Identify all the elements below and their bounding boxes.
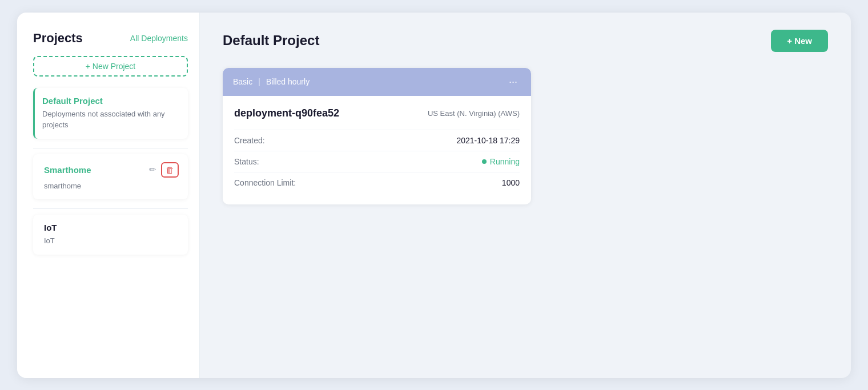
deployment-card: Basic | Billed hourly ··· deployment-q90… — [223, 68, 531, 204]
status-badge: Running — [482, 157, 520, 166]
default-project-desc: Deployments not associated with any proj… — [42, 108, 179, 131]
delete-smarthome-button[interactable]: 🗑 — [161, 162, 179, 178]
sidebar-item-iot[interactable]: IoT IoT — [33, 215, 188, 255]
sidebar: Projects All Deployments + New Project D… — [17, 13, 200, 378]
connection-limit-label: Connection Limit: — [234, 178, 296, 187]
status-label: Status: — [234, 157, 259, 166]
iot-desc: IoT — [44, 235, 179, 247]
sidebar-title: Projects — [33, 31, 83, 46]
separator-2 — [33, 208, 188, 209]
smarthome-title: Smarthome ✏ 🗑 — [44, 162, 179, 178]
smarthome-actions: ✏ 🗑 — [148, 162, 179, 178]
divider-2 — [234, 151, 520, 151]
sidebar-item-smarthome[interactable]: Smarthome ✏ 🗑 smarthome — [33, 154, 188, 200]
deployment-billing: Billed hourly — [266, 77, 310, 86]
main-header: Default Project + New — [223, 30, 828, 52]
deployment-name-row: deployment-q90fea52 US East (N. Virginia… — [234, 107, 520, 119]
created-value: 2021-10-18 17:29 — [456, 136, 520, 145]
divider-3 — [234, 172, 520, 172]
status-dot — [482, 159, 487, 164]
edit-smarthome-button[interactable]: ✏ — [148, 163, 158, 176]
new-deployment-button[interactable]: + New — [771, 30, 828, 52]
deployment-tier: Basic — [233, 77, 252, 86]
page-title: Default Project — [223, 33, 319, 49]
connection-limit-value: 1000 — [502, 178, 520, 187]
sidebar-item-default-project[interactable]: Default Project Deployments not associat… — [33, 88, 188, 139]
created-label: Created: — [234, 136, 265, 145]
deployment-name: deployment-q90fea52 — [234, 107, 339, 119]
smarthome-desc: smarthome — [44, 180, 179, 192]
status-value: Running — [490, 157, 520, 166]
main-content: Default Project + New Basic | Billed hou… — [200, 13, 851, 378]
default-project-title: Default Project — [42, 96, 179, 106]
deployment-connection-row: Connection Limit: 1000 — [234, 175, 520, 191]
header-divider: | — [258, 77, 260, 86]
divider-1 — [234, 130, 520, 130]
trash-icon: 🗑 — [166, 165, 174, 175]
iot-title: IoT — [44, 223, 179, 232]
deployment-status-row: Status: Running — [234, 154, 520, 170]
deployment-created-row: Created: 2021-10-18 17:29 — [234, 132, 520, 148]
deployment-card-header: Basic | Billed hourly ··· — [223, 68, 531, 96]
deployment-card-body: deployment-q90fea52 US East (N. Virginia… — [223, 96, 531, 204]
deployment-more-button[interactable]: ··· — [505, 75, 521, 89]
sidebar-header: Projects All Deployments — [33, 31, 188, 46]
new-project-button[interactable]: + New Project — [33, 56, 188, 77]
deployment-region: US East (N. Virginia) (AWS) — [428, 109, 520, 118]
separator-1 — [33, 148, 188, 148]
all-deployments-link[interactable]: All Deployments — [130, 34, 188, 43]
edit-icon: ✏ — [149, 164, 156, 175]
